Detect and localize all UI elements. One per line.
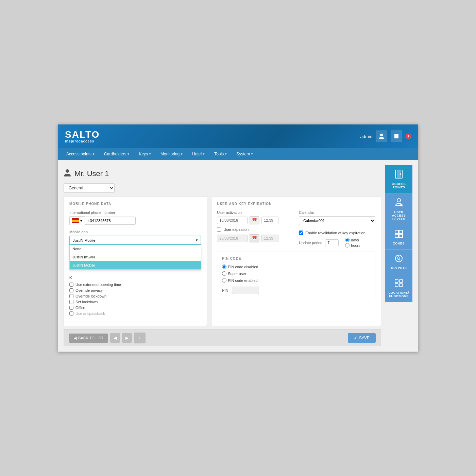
- pin-enabled-radio[interactable]: [222, 278, 226, 283]
- sidebar-outputs-btn[interactable]: OUTPUTS: [385, 250, 412, 274]
- pin-title: PIN CODE: [222, 257, 370, 260]
- svg-rect-1: [394, 134, 398, 135]
- svg-rect-14: [399, 234, 403, 238]
- pin-input-row: PIN: [222, 287, 370, 294]
- override-privacy-checkbox[interactable]: [69, 288, 73, 292]
- enable-revalidation-checkbox[interactable]: [299, 231, 303, 235]
- super-user-row: Super user: [222, 271, 370, 276]
- back-to-list-button[interactable]: ◀ BACK TO LIST: [69, 334, 108, 343]
- activation-date-row: 📅: [217, 216, 293, 224]
- activation-calendar-btn[interactable]: 📅: [250, 216, 259, 224]
- checkbox-label: Use antipassback: [75, 311, 105, 316]
- zones-icon: [394, 230, 403, 240]
- checkbox-label: Override lockdown: [75, 294, 106, 298]
- keys-label: K: [69, 276, 201, 280]
- period-value-input[interactable]: [325, 239, 339, 246]
- checkbox-override-privacy: Override privacy: [69, 288, 201, 292]
- chevron-down-icon: ▾: [93, 152, 95, 156]
- expiration-date-row: 📅: [217, 234, 293, 242]
- chevron-left-icon: ◀: [74, 336, 76, 340]
- page-header: Mr. User 1: [64, 165, 381, 183]
- update-period-row: Update period : days: [299, 238, 375, 248]
- svg-rect-12: [399, 230, 403, 234]
- mobile-app-label: Mobile app: [69, 230, 201, 234]
- office-checkbox[interactable]: [69, 306, 73, 310]
- nav-keys[interactable]: Keys ▾: [134, 148, 156, 160]
- calendar-col: Calendar Calendar001 Calendar002 None: [299, 210, 375, 248]
- hours-radio[interactable]: [345, 243, 350, 248]
- checkbox-label: Set lockdown: [75, 300, 98, 304]
- dropdown-option-justin-msvn[interactable]: JustIN mSVN: [70, 253, 201, 261]
- extended-opening-checkbox[interactable]: [69, 283, 73, 287]
- add-button[interactable]: ＋: [134, 333, 146, 343]
- checkmark-icon: ✔: [354, 336, 357, 340]
- flag-selector[interactable]: ▾: [69, 216, 85, 225]
- hours-radio-row: hours: [345, 243, 360, 248]
- spain-flag-icon: [72, 218, 79, 223]
- chevron-down-icon: ▾: [203, 152, 205, 156]
- download-button[interactable]: [391, 131, 402, 142]
- general-dropdown[interactable]: General Cardholder details Access rights: [64, 183, 115, 193]
- locations-icon: [394, 278, 403, 289]
- super-user-radio[interactable]: [222, 271, 226, 276]
- header: SALTO inspiredaccess admin 1: [58, 124, 418, 148]
- sidebar-locations-functions-btn[interactable]: LOCATIONS/ FUNCTIONS: [385, 274, 412, 302]
- antipassback-checkbox[interactable]: [69, 311, 73, 316]
- expiration-calendar-btn[interactable]: 📅: [250, 234, 259, 242]
- user-expiration-label: User expiration: [223, 227, 249, 232]
- phone-input[interactable]: [85, 217, 136, 225]
- user-icon: [64, 169, 71, 178]
- access-points-label: ACCESS POINTS: [387, 182, 410, 189]
- prev-button[interactable]: ◀: [110, 333, 120, 343]
- dropdown-option-justin-mobile[interactable]: JustIN Mobile: [70, 261, 201, 269]
- expiration-date-input[interactable]: [217, 235, 248, 242]
- mobile-app-selected-value: JustIN Mobile: [73, 238, 96, 242]
- panels-container: MOBILE PHONE DATA International phone nu…: [64, 196, 381, 326]
- checkbox-label: Office: [75, 306, 85, 310]
- days-radio[interactable]: [345, 238, 350, 242]
- svg-rect-18: [400, 279, 403, 283]
- sidebar-zones-btn[interactable]: ZONES: [385, 225, 412, 250]
- panel-left: MOBILE PHONE DATA International phone nu…: [64, 196, 207, 326]
- nav-cardholders[interactable]: Cardholders ▾: [99, 148, 134, 160]
- mobile-phone-section-title: MOBILE PHONE DATA: [69, 202, 201, 206]
- sidebar-user-access-levels-btn[interactable]: USER ACCESS LEVELS: [385, 193, 412, 225]
- next-button[interactable]: ▶: [122, 333, 132, 343]
- nav-system[interactable]: System ▾: [232, 148, 258, 160]
- dropdown-option-none[interactable]: None: [70, 245, 201, 253]
- phone-label: International phone number: [69, 210, 201, 215]
- outputs-icon: [394, 254, 403, 264]
- nav-monitoring[interactable]: Monitoring ▾: [156, 148, 187, 160]
- user-access-levels-label: USER ACCESS LEVELS: [387, 210, 410, 221]
- user-profile-button[interactable]: [376, 131, 387, 142]
- nav-access-points[interactable]: Access points ▾: [62, 148, 99, 160]
- nav-tools[interactable]: Tools ▾: [209, 148, 232, 160]
- phone-input-row: ▾: [69, 216, 201, 225]
- save-button[interactable]: ✔ SAVE: [348, 333, 376, 343]
- pin-disabled-radio[interactable]: [222, 265, 226, 269]
- nav-bar: Access points ▾ Cardholders ▾ Keys ▾ Mon…: [58, 148, 418, 160]
- notification-dot[interactable]: 1: [406, 134, 411, 139]
- sidebar-access-points-btn[interactable]: ACCESS POINTS: [385, 165, 412, 193]
- svg-line-10: [402, 206, 403, 206]
- mobile-app-select[interactable]: JustIN Mobile ▾: [69, 236, 201, 245]
- pin-input[interactable]: [232, 287, 259, 294]
- activation-date-input[interactable]: [217, 217, 248, 224]
- expiration-time-input[interactable]: [261, 235, 278, 242]
- override-lockdown-checkbox[interactable]: [69, 294, 73, 298]
- period-separator: :: [341, 241, 342, 245]
- mobile-app-group: Mobile app JustIN Mobile ▾ None JustIN m…: [69, 230, 201, 245]
- content-area: Mr. User 1 General Cardholder details Ac…: [64, 165, 381, 346]
- days-radio-row: days: [345, 238, 360, 242]
- chevron-down-icon: ▾: [196, 238, 198, 242]
- chevron-down-icon: ▾: [181, 152, 183, 156]
- chevron-down-icon: ▾: [128, 152, 129, 156]
- calendar-select[interactable]: Calendar001 Calendar002 None: [299, 216, 375, 225]
- user-expiration-checkbox[interactable]: [217, 227, 221, 232]
- activation-time-input[interactable]: [261, 217, 278, 224]
- nav-hotel[interactable]: Hotel ▾: [187, 148, 209, 160]
- admin-label: admin: [360, 134, 372, 139]
- enable-revalidation-row: Enable revalidation of key expiration: [299, 231, 375, 235]
- set-lockdown-checkbox[interactable]: [69, 300, 73, 304]
- pin-disabled-row: PIN code disabled: [222, 265, 370, 269]
